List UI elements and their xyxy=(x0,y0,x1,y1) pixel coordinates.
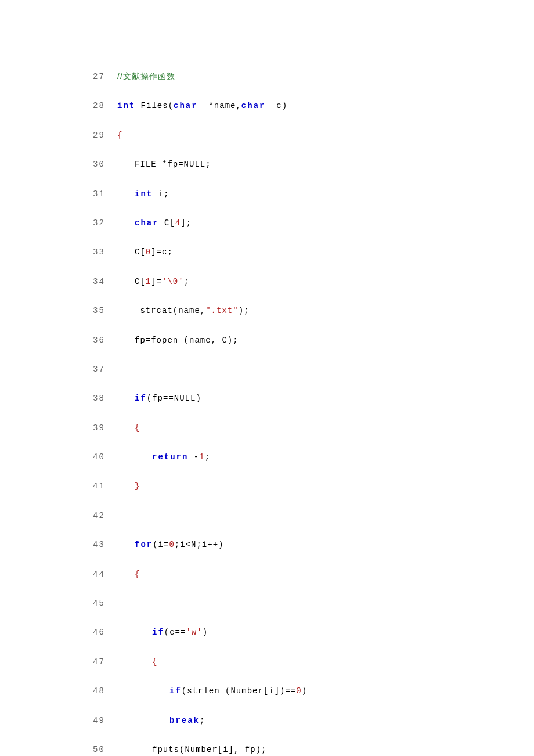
line-content: fp=fopen (name, C); xyxy=(117,334,239,347)
line-content: char C[4]; xyxy=(117,217,192,229)
code-line: 27//文献操作函数 xyxy=(93,70,534,83)
code-page: 27//文献操作函数28int Files(char *name,char c)… xyxy=(0,0,534,756)
token-ident: ]= xyxy=(151,277,162,286)
code-line: 40return -1; xyxy=(93,451,534,463)
code-line: 47{ xyxy=(93,656,534,668)
code-line: 36fp=fopen (name, C); xyxy=(93,334,534,347)
code-line: 35 strcat(name,".txt"); xyxy=(93,304,534,317)
token-ident: ; xyxy=(200,716,205,725)
code-line: 33C[0]=c; xyxy=(93,246,534,258)
line-content: FILE *fp=NULL; xyxy=(117,158,211,171)
code-line: 34C[1]='\0'; xyxy=(93,275,534,288)
token-ident: ; xyxy=(184,277,189,286)
token-ident: C[ xyxy=(135,247,146,257)
code-line: 30FILE *fp=NULL; xyxy=(93,158,534,171)
line-number: 39 xyxy=(93,422,113,434)
token-ident: FILE *fp=NULL; xyxy=(135,160,211,169)
token-brace: { xyxy=(135,423,140,433)
token-keyword: break xyxy=(169,716,200,725)
token-num: 0 xyxy=(146,247,151,257)
line-content: C[1]='\0'; xyxy=(117,275,189,288)
line-content: return -1; xyxy=(117,451,210,463)
line-content: { xyxy=(117,568,140,581)
token-ident: (strlen (Number[i])== xyxy=(182,686,296,696)
code-line: 50fputs(Number[i], fp); xyxy=(93,743,534,756)
line-content: { xyxy=(117,422,140,434)
token-keyword: if xyxy=(152,628,164,637)
line-number: 38 xyxy=(93,392,113,405)
token-brace: { xyxy=(152,657,157,667)
line-content: C[0]=c; xyxy=(117,246,173,258)
line-content: if(c=='w') xyxy=(117,626,208,639)
code-line: 48if(strlen (Number[i])==0) xyxy=(93,685,534,697)
line-content: { xyxy=(117,131,122,140)
line-number: 28 xyxy=(93,99,113,112)
code-line: 46if(c=='w') xyxy=(93,626,534,639)
line-content: int i; xyxy=(117,188,169,200)
token-charlit: 'w' xyxy=(186,628,202,637)
code-line: 31int i; xyxy=(93,188,534,200)
line-number: 49 xyxy=(93,714,113,727)
line-content: //文献操作函数 xyxy=(117,72,175,81)
line-content: if(fp==NULL) xyxy=(117,392,201,405)
code-line: 42 xyxy=(93,509,534,522)
line-number: 40 xyxy=(93,451,113,463)
token-brace: { xyxy=(117,131,122,140)
token-comment: //文献操作函数 xyxy=(117,71,175,81)
token-keyword: char xyxy=(174,101,198,110)
code-line: 37 xyxy=(93,363,534,376)
token-ident: strcat(name, xyxy=(135,306,205,315)
token-ident: ) xyxy=(302,686,307,696)
token-ident: C[ xyxy=(135,277,146,286)
line-content: { xyxy=(117,656,157,668)
token-ident: ;i<N;i++) xyxy=(175,540,224,549)
line-content: break; xyxy=(117,714,205,727)
line-number: 44 xyxy=(93,568,113,581)
code-line: 28int Files(char *name,char c) xyxy=(93,99,534,112)
token-keyword: char xyxy=(135,218,159,228)
code-line: 38if(fp==NULL) xyxy=(93,392,534,405)
line-number: 43 xyxy=(93,538,113,551)
line-number: 42 xyxy=(93,509,113,522)
token-keyword: int xyxy=(117,101,135,110)
token-ident: Files( xyxy=(135,101,174,110)
token-ident: ]=c; xyxy=(151,247,173,257)
code-line: 41} xyxy=(93,480,534,492)
code-line: 49break; xyxy=(93,714,534,727)
line-number: 45 xyxy=(93,597,113,610)
token-ident: ]; xyxy=(181,218,192,228)
token-ident: (c== xyxy=(164,628,186,637)
token-brace: { xyxy=(135,570,140,579)
token-str: ".txt" xyxy=(205,306,238,315)
line-number: 27 xyxy=(93,70,113,83)
line-content: for(i=0;i<N;i++) xyxy=(117,538,223,551)
line-number: 35 xyxy=(93,304,113,317)
code-line: 44{ xyxy=(93,568,534,581)
token-ident: fputs(Number[i], fp); xyxy=(152,745,266,754)
code-line: 29{ xyxy=(93,129,534,142)
code-line: 45 xyxy=(93,597,534,610)
token-num: 0 xyxy=(296,686,301,696)
line-number: 34 xyxy=(93,275,113,288)
line-number: 47 xyxy=(93,656,113,668)
line-number: 32 xyxy=(93,217,113,229)
token-ident: C[ xyxy=(159,218,175,228)
line-number: 29 xyxy=(93,129,113,142)
token-ident: *name, xyxy=(198,101,241,110)
line-number: 33 xyxy=(93,246,113,258)
line-content: } xyxy=(117,480,140,492)
token-ident: (fp==NULL) xyxy=(147,394,201,403)
line-content: int Files(char *name,char c) xyxy=(117,101,287,110)
code-line: 39{ xyxy=(93,422,534,434)
line-number: 48 xyxy=(93,685,113,697)
token-ident: - xyxy=(188,452,199,462)
code-line: 32char C[4]; xyxy=(93,217,534,229)
token-ident: c) xyxy=(265,101,287,110)
token-keyword: int xyxy=(135,189,153,199)
token-ident: fp=fopen (name, C); xyxy=(135,336,239,345)
token-keyword: char xyxy=(241,101,266,110)
line-content: strcat(name,".txt"); xyxy=(117,304,249,317)
line-number: 37 xyxy=(93,363,113,376)
token-num: 1 xyxy=(146,277,151,286)
token-keyword: for xyxy=(135,540,153,549)
